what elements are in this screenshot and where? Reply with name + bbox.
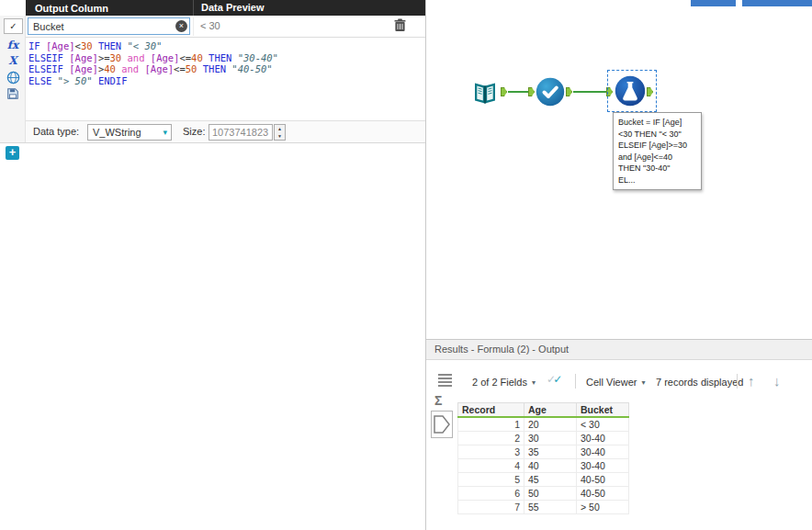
data-type-select[interactable]: V_WString ▾: [87, 124, 172, 141]
formula-editor[interactable]: IF [Age]<30 THEN "< 30"ELSEIF [Age]>=30 …: [26, 38, 425, 120]
book-icon: [470, 77, 500, 107]
check-icon: ✓: [553, 373, 562, 386]
alteryx-designer: Output Column Data Preview ✓ × < 30 IF […: [0, 0, 812, 530]
cell-viewer-dropdown[interactable]: Cell Viewer ▾: [586, 377, 645, 388]
cell-bucket: 30-40: [577, 432, 629, 445]
cell-age: 50: [524, 487, 577, 501]
table-row[interactable]: 755> 50: [458, 501, 629, 514]
col-header-bucket[interactable]: Bucket: [577, 403, 629, 418]
results-title: Results - Formula (2) - Output: [434, 344, 569, 355]
field-selector-dropdown[interactable]: 2 of 2 Fields ▾: [472, 377, 536, 388]
toolbar-fragment[interactable]: [691, 0, 736, 6]
functions-button[interactable]: fx: [4, 39, 22, 51]
table-row[interactable]: 44030-40: [458, 459, 629, 473]
spin-down-icon[interactable]: ▼: [275, 132, 285, 140]
connection-line[interactable]: [573, 91, 606, 93]
data-preview-value: < 30: [200, 20, 220, 31]
delete-expression-button[interactable]: [394, 18, 409, 35]
rows-view-button[interactable]: [438, 374, 453, 387]
rows-icon: [438, 374, 453, 387]
data-type-label: Data type:: [33, 126, 79, 137]
scroll-down-button[interactable]: ↓: [773, 374, 781, 388]
size-spinner[interactable]: ▲ ▼: [274, 124, 286, 141]
columns-button[interactable]: X: [4, 54, 22, 67]
table-row[interactable]: 23030-40: [458, 432, 629, 445]
table-header-row: Record Age Bucket: [458, 403, 629, 418]
table-row[interactable]: 54540-50: [458, 473, 629, 487]
scroll-up-button[interactable]: ↑: [748, 374, 755, 388]
size-input[interactable]: [209, 124, 273, 141]
cell-record: 2: [458, 432, 524, 445]
cell-age: 30: [524, 432, 577, 445]
check-circle-icon: [536, 77, 565, 107]
toolbar-separator: [737, 374, 738, 389]
sum-icon[interactable]: Σ: [434, 393, 442, 408]
tool-annotation-tooltip: Bucket = IF [Age] <30 THEN "< 30" ELSEIF…: [613, 112, 702, 190]
pentagon-icon: [432, 412, 452, 436]
input-data-tool[interactable]: [470, 77, 500, 107]
table-row[interactable]: 65040-50: [458, 487, 629, 501]
selector-check-icon: ✓: [9, 21, 17, 31]
expression-row: × < 30: [26, 16, 425, 38]
output-column-input[interactable]: [28, 17, 190, 35]
cell-bucket: 30-40: [577, 445, 629, 459]
records-count: 7 records displayed: [656, 377, 743, 388]
workflow-canvas[interactable]: Bucket = IF [Age] <30 THEN "< 30" ELSEIF…: [426, 0, 812, 339]
connection-line[interactable]: [508, 91, 528, 93]
cell-age: 35: [524, 445, 577, 459]
cell-record: 1: [458, 417, 524, 432]
results-table-body: 120< 3023030-4033530-4044030-4054540-506…: [458, 417, 629, 514]
cell-bucket: < 30: [577, 417, 629, 432]
add-expression-button[interactable]: +: [6, 146, 19, 160]
output-anchor[interactable]: [566, 87, 572, 96]
input-anchor[interactable]: [528, 87, 535, 96]
cell-age: 45: [524, 473, 577, 487]
column-divider: [193, 17, 194, 36]
trash-icon: [394, 18, 406, 32]
expression-row-selector[interactable]: ✓: [4, 18, 23, 34]
cell-bucket: > 50: [577, 501, 629, 514]
size-label: Size:: [183, 126, 205, 137]
output-anchor-button[interactable]: [431, 411, 453, 438]
apply-checks-button[interactable]: ✓ ✓: [547, 373, 562, 386]
results-table: Record Age Bucket 120< 3023030-4033530-4…: [457, 402, 629, 514]
save-expression-button[interactable]: [4, 87, 22, 102]
cell-age: 20: [524, 417, 577, 432]
expression-grid-header: Output Column Data Preview: [26, 0, 425, 16]
chevron-down-icon: ▾: [163, 128, 171, 137]
cell-age: 55: [524, 501, 577, 514]
formula-tool[interactable]: [615, 75, 646, 107]
fx-icon: fx: [7, 39, 18, 51]
field-selector-label: 2 of 2 Fields: [472, 377, 527, 388]
cell-viewer-label: Cell Viewer: [586, 377, 637, 388]
constants-button[interactable]: [4, 71, 22, 86]
formula-config-panel: Output Column Data Preview ✓ × < 30 IF […: [0, 0, 425, 530]
output-column-header: Output Column: [26, 3, 193, 14]
select-tool[interactable]: [536, 77, 565, 107]
cell-record: 7: [458, 501, 524, 514]
cell-bucket: 40-50: [577, 473, 629, 487]
cell-bucket: 40-50: [577, 487, 629, 501]
results-panel: Results - Formula (2) - Output 2 of 2 Fi…: [426, 339, 812, 530]
toolbar-fragment[interactable]: [742, 0, 812, 6]
col-header-age[interactable]: Age: [524, 403, 577, 418]
cell-age: 40: [524, 459, 577, 473]
x-variable-icon: X: [8, 54, 17, 67]
data-type-row: Data type: V_WString ▾ Size: ▲ ▼: [26, 120, 425, 142]
clear-input-icon[interactable]: ×: [175, 20, 187, 32]
table-row[interactable]: 33530-40: [458, 445, 629, 459]
cell-record: 5: [458, 473, 524, 487]
flask-icon: [615, 75, 646, 107]
col-header-record[interactable]: Record: [458, 403, 524, 418]
table-row[interactable]: 120< 30: [458, 417, 629, 432]
spin-up-icon[interactable]: ▲: [275, 125, 285, 132]
cell-record: 3: [458, 445, 524, 459]
cell-record: 4: [458, 459, 524, 473]
panel-separator: [0, 142, 425, 143]
output-anchor[interactable]: [501, 87, 507, 96]
toolbar-separator: [575, 374, 576, 389]
chevron-down-icon: ▾: [641, 378, 645, 387]
cell-bucket: 30-40: [577, 459, 629, 473]
chevron-down-icon: ▾: [532, 378, 536, 387]
cell-record: 6: [458, 487, 524, 501]
